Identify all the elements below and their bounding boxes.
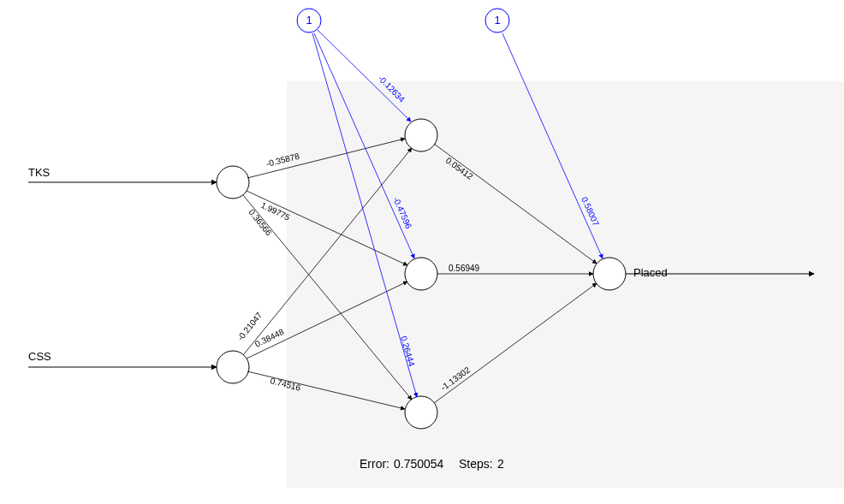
- bias-label-2: 1: [494, 14, 500, 27]
- error-value: 0.750054: [394, 457, 444, 471]
- weight-h2-o: 0.56949: [449, 264, 480, 273]
- steps-label: Steps:: [459, 457, 493, 471]
- weight-css-h2: 0.38448: [253, 327, 286, 349]
- input-label-css: CSS: [28, 350, 51, 363]
- hidden-node-1: [405, 119, 437, 151]
- hidden-node-2: [405, 258, 437, 290]
- hidden-node-3: [405, 396, 437, 429]
- input-node-tks: [217, 166, 249, 199]
- input-node-css: [217, 351, 249, 383]
- output-label: Placed: [633, 266, 668, 279]
- neural-network-diagram: TKS CSS 1 1 -0.35878 1.99775 0.36566 -0.…: [0, 0, 844, 504]
- error-label: Error:: [360, 457, 389, 471]
- steps-value: 2: [497, 457, 504, 471]
- input-label-tks: TKS: [28, 166, 51, 179]
- output-node: [593, 258, 626, 290]
- bias-label-1: 1: [306, 14, 312, 27]
- hidden-layer-panel: [287, 81, 844, 488]
